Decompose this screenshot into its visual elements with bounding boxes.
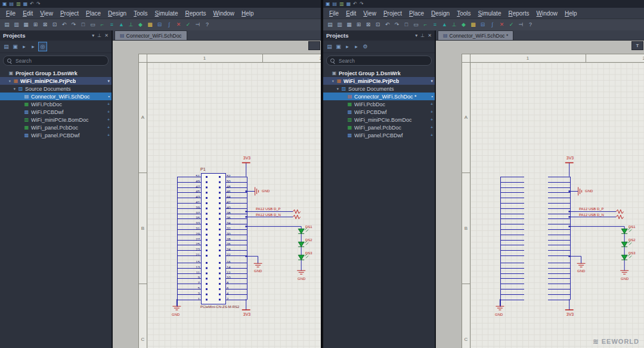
net-label-usb-dp[interactable]: PA12 USB D_P (256, 207, 281, 211)
gnd-label-mid[interactable]: GND (577, 269, 585, 273)
sheet-symbol-icon[interactable]: ⊟ (155, 20, 164, 30)
tree-item[interactable]: ▩ WiFi.PCBDwf + (323, 108, 435, 116)
junction-icon[interactable]: ◆ (459, 20, 468, 30)
tree-item[interactable]: ▾ ▨ Source Documents (0, 85, 112, 93)
tree-item[interactable]: ▦ WiFi_panel.PcbDoc + (323, 124, 435, 131)
save-all-icon[interactable]: ▤ (333, 0, 338, 8)
save-all-icon[interactable]: ▤ (10, 0, 14, 8)
connector-part-number[interactable]: PCIeMini-CN-ZS-M-RS2 (200, 305, 239, 309)
led-designator-ds1[interactable]: DS1 (628, 225, 636, 229)
redo-quick-icon[interactable]: ↷ (360, 0, 364, 8)
close-icon[interactable]: ✕ (428, 33, 432, 38)
menu-item[interactable]: Design (428, 9, 453, 18)
sort-icon[interactable]: ▸ (20, 42, 28, 51)
gnd-led-symbol[interactable] (297, 270, 305, 274)
tree-item-status-icon[interactable]: + (107, 125, 110, 130)
chevron-down-icon[interactable]: ▾ (92, 33, 94, 38)
offsheet-usb-p-icon[interactable] (293, 210, 300, 213)
recent-docs-icon[interactable]: ▦ (23, 0, 28, 8)
power-label-3v3-bottom[interactable]: 3V3 (239, 312, 255, 316)
menu-item[interactable]: Window (209, 9, 238, 18)
led-symbols[interactable] (298, 227, 308, 260)
bus-icon[interactable]: ≡ (107, 20, 116, 30)
net-label-usb-dn[interactable]: PA12 USB D_N (579, 213, 604, 217)
tree-item[interactable]: ▦ WiFi.PcbDoc + (0, 100, 112, 108)
gnd-label-led[interactable]: GND (621, 277, 628, 281)
menu-item[interactable]: Edit (342, 9, 360, 18)
menu-item[interactable]: Reports (504, 9, 532, 18)
document-tab[interactable]: ▤ Connector_WiFi.SchDoc (114, 30, 187, 40)
save-icon[interactable]: ▥ (12, 20, 21, 30)
menu-item[interactable]: Reports (181, 9, 209, 18)
junction-icon[interactable]: ◆ (136, 20, 145, 30)
menu-item[interactable]: Tools (130, 9, 151, 18)
gnd-label-left[interactable]: GND (172, 313, 179, 316)
tree-item[interactable]: ▩ WiFi_panel.PCBDwf + (323, 131, 435, 139)
document-tab[interactable]: ▤ Connector_WiFi.SchDoc * (438, 30, 513, 40)
menu-item[interactable]: Simulate (475, 9, 505, 18)
print-icon[interactable]: ▦ (345, 20, 354, 30)
tree-item[interactable]: ▾ ▦ WiFi_miniPCIe.PrjPcb ▾ (323, 77, 435, 85)
expander-icon[interactable]: ▾ (335, 87, 340, 91)
tree-item[interactable]: ▤ Connector_WiFi.SchDoc ▪ (0, 93, 112, 100)
power-label-3v3-top[interactable]: 3V3 (562, 156, 578, 160)
help-icon[interactable]: ? (203, 20, 212, 30)
tree-item-status-icon[interactable]: + (431, 102, 433, 106)
schematic-canvas[interactable]: 12 ABC (436, 41, 644, 348)
tree-item-status-icon[interactable]: + (107, 118, 110, 122)
led-symbols[interactable] (621, 227, 631, 260)
app-menu-icon[interactable]: ▣ (2, 0, 7, 8)
expander-icon[interactable]: ▾ (12, 87, 17, 91)
group-icon[interactable]: ▸ (29, 42, 37, 51)
close-icon[interactable]: ✕ (104, 33, 109, 38)
cut-icon[interactable]: ⊠ (364, 20, 373, 30)
tree-item-status-icon[interactable]: ▾ (431, 79, 433, 84)
connector-designator[interactable]: P1 (200, 167, 206, 171)
menu-item[interactable]: Place (82, 9, 104, 18)
wires[interactable] (500, 163, 624, 310)
help-icon[interactable]: ? (526, 20, 535, 30)
led-designator-ds2[interactable]: DS2 (305, 238, 312, 242)
paste-icon[interactable]: ⊡ (373, 20, 382, 30)
menu-item[interactable]: Simulate (151, 9, 182, 18)
led-designator-ds3[interactable]: DS3 (628, 251, 636, 255)
zoom-fit-icon[interactable]: ▭ (411, 20, 420, 30)
gnd-top-symbol[interactable] (578, 187, 582, 196)
gnd-top-symbol[interactable] (255, 187, 259, 196)
documents-icon[interactable]: ▣ (335, 42, 342, 51)
place-part-icon[interactable]: ▩ (145, 20, 154, 30)
simulate-icon[interactable]: ∫ (488, 20, 497, 30)
save-icon[interactable]: ▥ (335, 20, 344, 30)
delete-icon[interactable]: ✕ (174, 20, 183, 30)
undo-icon[interactable]: ↶ (60, 20, 69, 30)
power-label-3v3-top[interactable]: 3V3 (239, 156, 255, 160)
wire-icon[interactable]: ⌐ (421, 20, 430, 30)
delete-icon[interactable]: ✕ (497, 20, 506, 30)
tab-overflow-button[interactable] (308, 41, 320, 50)
tree-item[interactable]: ▦ WiFi.PcbDoc + (323, 100, 435, 108)
menu-item[interactable]: Project (57, 9, 82, 18)
cross-probe-icon[interactable]: ⊣ (516, 20, 525, 30)
open-doc-icon[interactable]: ▥ (339, 0, 344, 8)
sort-icon[interactable]: ▸ (343, 42, 351, 51)
menu-item[interactable]: Help (238, 9, 258, 18)
tree-item[interactable]: ▤ Connector_WiFi.SchDoc * ▪ (323, 93, 435, 100)
bus-icon[interactable]: ≡ (431, 20, 439, 30)
chevron-down-icon[interactable]: ▾ (415, 33, 417, 38)
tree-item[interactable]: ▩ WiFi_panel.PCBDwf + (0, 131, 112, 139)
recent-docs-icon[interactable]: ▦ (346, 0, 351, 8)
tree-item[interactable]: ▾ ▦ WiFi_miniPCIe.PrjPcb ▾ (0, 77, 112, 85)
search-input[interactable] (14, 57, 104, 64)
menu-item[interactable]: File (326, 9, 342, 18)
tree-item-status-icon[interactable]: ▪ (109, 94, 110, 98)
wire-icon[interactable]: ⌐ (98, 20, 107, 30)
gnd-mid-symbol[interactable] (254, 263, 262, 267)
menu-item[interactable]: File (2, 9, 19, 18)
tree-item[interactable]: ▩ WiFi.PCBDwf + (0, 108, 112, 116)
settings-gear-icon[interactable]: ⚙ (361, 42, 369, 51)
open-project-icon[interactable]: ▤ (326, 20, 335, 30)
paste-icon[interactable]: ⊡ (50, 20, 59, 30)
tree-item-status-icon[interactable]: + (431, 125, 433, 130)
gnd-label-top[interactable]: GND (585, 189, 593, 193)
document-icon[interactable]: ▤ (2, 42, 10, 51)
